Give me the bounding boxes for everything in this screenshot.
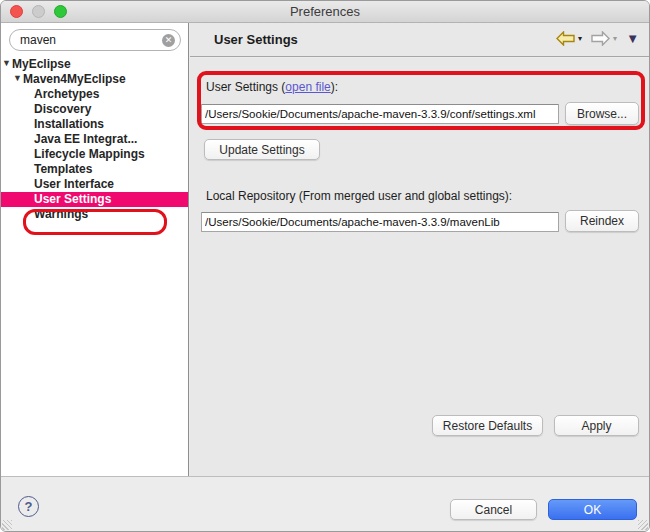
tree-item-label: Installations	[34, 117, 104, 131]
tree-item-label: Lifecycle Mappings	[34, 147, 145, 161]
tree-item-maven4myeclipse[interactable]: ▼ Maven4MyEclipse	[1, 72, 188, 87]
preferences-window: Preferences ✕ ▼ MyEclipse ▼ Maven4MyEcli…	[0, 0, 650, 532]
tree-item-warnings[interactable]: Warnings	[1, 207, 188, 222]
local-repository-input[interactable]	[201, 212, 559, 232]
restore-defaults-button[interactable]: Restore Defaults	[432, 415, 543, 436]
back-arrow-icon[interactable]	[556, 31, 575, 46]
user-settings-panel: User Settings (open file): Browse... Upd…	[190, 58, 649, 476]
forward-history-dropdown-icon[interactable]: ▾	[613, 34, 617, 43]
tree-item-label: Maven4MyEclipse	[23, 72, 126, 86]
view-menu-icon[interactable]: ▼	[626, 31, 639, 46]
search-box[interactable]: ✕	[9, 29, 181, 51]
open-file-link[interactable]: open file	[285, 80, 330, 94]
apply-button[interactable]: Apply	[554, 415, 639, 436]
tree-item-lifecycle-mappings[interactable]: Lifecycle Mappings	[1, 147, 188, 162]
tree-item-label: User Settings	[34, 192, 111, 206]
forward-arrow-icon[interactable]	[591, 31, 610, 46]
page-header: User Settings ▾ ▾ ▼	[190, 23, 649, 57]
help-button[interactable]: ?	[18, 496, 39, 517]
tree-item-label: MyEclipse	[12, 57, 71, 71]
reindex-button[interactable]: Reindex	[565, 210, 639, 232]
resize-grip[interactable]	[2, 520, 12, 530]
dialog-footer: ? Cancel OK	[1, 476, 649, 531]
update-settings-button[interactable]: Update Settings	[204, 139, 320, 160]
ok-button[interactable]: OK	[548, 499, 637, 520]
resize-grip[interactable]	[638, 520, 648, 530]
window-title: Preferences	[1, 4, 649, 19]
tree-item-label: Archetypes	[34, 87, 99, 101]
tree-item-java-ee-integration[interactable]: Java EE Integrat...	[1, 132, 188, 147]
tree-item-archetypes[interactable]: Archetypes	[1, 87, 188, 102]
history-navigation: ▾ ▾ ▼	[556, 31, 639, 46]
sidebar: ✕ ▼ MyEclipse ▼ Maven4MyEclipse Archetyp…	[1, 23, 189, 476]
tree-item-label: Java EE Integrat...	[34, 132, 137, 146]
user-settings-label: User Settings (open file):	[206, 80, 338, 94]
tree-item-label: Templates	[34, 162, 92, 176]
tree-item-user-settings[interactable]: User Settings	[1, 192, 188, 207]
tree-item-installations[interactable]: Installations	[1, 117, 188, 132]
tree-item-discovery[interactable]: Discovery	[1, 102, 188, 117]
tree-item-label: Warnings	[34, 207, 88, 221]
tree-item-templates[interactable]: Templates	[1, 162, 188, 177]
local-repository-label: Local Repository (From merged user and g…	[206, 189, 512, 203]
titlebar: Preferences	[1, 1, 649, 23]
cancel-button[interactable]: Cancel	[450, 499, 537, 520]
tree-item-label: Discovery	[34, 102, 91, 116]
tree-item-myeclipse[interactable]: ▼ MyEclipse	[1, 57, 188, 72]
search-input[interactable]	[20, 31, 160, 49]
browse-button[interactable]: Browse...	[565, 102, 639, 125]
disclosure-triangle-icon[interactable]: ▼	[13, 71, 22, 86]
search-clear-icon[interactable]: ✕	[162, 34, 175, 47]
tree-item-label: User Interface	[34, 177, 114, 191]
settings-path-input[interactable]	[201, 104, 559, 124]
back-history-dropdown-icon[interactable]: ▾	[578, 34, 582, 43]
disclosure-triangle-icon[interactable]: ▼	[2, 56, 11, 71]
page-title: User Settings	[214, 32, 298, 47]
preferences-tree: ▼ MyEclipse ▼ Maven4MyEclipse Archetypes…	[1, 57, 188, 222]
tree-item-user-interface[interactable]: User Interface	[1, 177, 188, 192]
